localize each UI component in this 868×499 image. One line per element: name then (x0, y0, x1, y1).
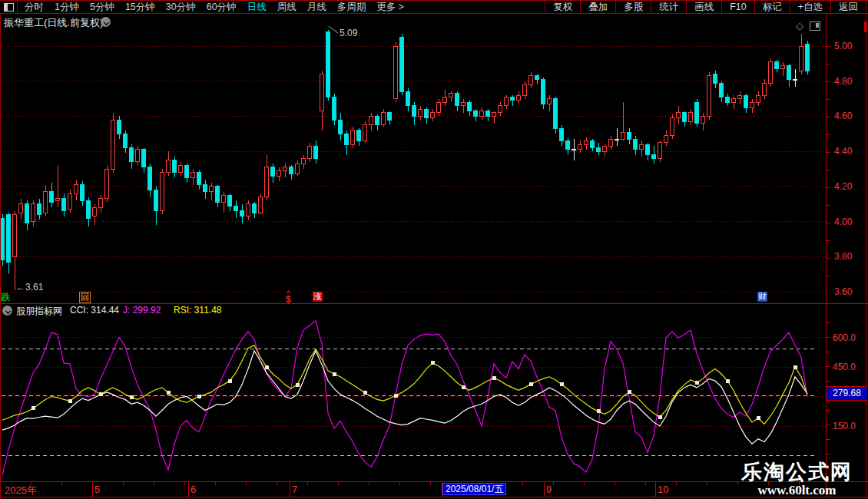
tools-menu: 复权叠加多股统计画线F10标记+自选返回 (545, 1, 866, 13)
candle-body (93, 207, 97, 216)
rsi-marker (492, 376, 496, 380)
tool-item[interactable]: 画线 (686, 1, 721, 13)
tool-item[interactable]: 统计 (651, 1, 686, 13)
candle-body (554, 99, 558, 129)
xaxis-top-line (0, 481, 868, 482)
candle-body (326, 32, 330, 97)
rsi-marker (167, 391, 171, 395)
tool-item[interactable]: 标记 (754, 1, 790, 13)
candle-body (763, 83, 767, 95)
candle-body (640, 144, 644, 150)
tool-item[interactable]: 复权 (545, 1, 580, 13)
candle-body (738, 95, 742, 99)
price-axis-line (826, 14, 827, 497)
candle-body (105, 169, 109, 199)
candle-body (75, 185, 78, 193)
high-annotation: 5.09 (340, 28, 357, 38)
period-item[interactable]: 1分钟 (55, 1, 79, 14)
candle-body (480, 111, 484, 117)
candle-body (621, 132, 625, 139)
candle-body (707, 76, 711, 117)
rsi-marker (68, 399, 72, 403)
candle-body (320, 74, 324, 111)
candle-body (449, 94, 453, 97)
price-axis-label: 4.80 (834, 76, 852, 87)
candle-body (265, 167, 269, 197)
candle-body (683, 113, 687, 121)
candle-body (283, 167, 287, 171)
window-icon[interactable] (810, 21, 820, 31)
diamond-icon[interactable]: ◇ (796, 20, 803, 31)
period-item[interactable]: 15分钟 (125, 1, 155, 14)
candle-body (585, 140, 588, 144)
candle-body (800, 46, 803, 71)
watermark-site-name: 乐淘公式网 (741, 461, 853, 484)
candle-body (56, 199, 60, 200)
period-item[interactable]: 30分钟 (166, 1, 196, 14)
candle-body (720, 83, 724, 97)
candle-body (240, 211, 244, 216)
price-axis-label: 4.40 (834, 146, 852, 157)
tool-item[interactable]: F10 (721, 1, 754, 13)
tool-item[interactable]: 多股 (615, 1, 651, 13)
candle-body (806, 45, 810, 71)
candle-body (259, 197, 263, 213)
indicator-name: 股朋指标网 (16, 305, 62, 318)
candle-body (462, 102, 465, 106)
candle-body (277, 170, 281, 176)
rsi-value: RSI: 311.48 (174, 305, 221, 316)
candle-body (431, 113, 435, 118)
period-item[interactable]: 日线 (247, 1, 267, 14)
month-label: 9 (546, 484, 552, 495)
rise-badge[interactable]: 涨 (313, 292, 323, 302)
watermark: 乐淘公式网 www.60lt.com (741, 461, 853, 497)
month-label: 7 (292, 484, 297, 495)
tool-item[interactable]: 返回 (830, 1, 866, 13)
candle-body (308, 146, 312, 158)
period-item[interactable]: 月线 (307, 1, 326, 14)
rsi-marker (228, 379, 232, 383)
period-item[interactable]: 周线 (277, 1, 297, 14)
candle-body (185, 165, 189, 177)
price-axis-label: 4.00 (834, 216, 852, 227)
period-item[interactable]: 更多 > (376, 1, 404, 14)
price-axis-label: 4.60 (834, 111, 852, 121)
panel-layout-icon[interactable] (0, 1, 18, 13)
dollar-badge[interactable]: ^$ (286, 292, 291, 305)
candle-body (339, 120, 343, 134)
rsi-marker (394, 394, 398, 398)
title-chevron-down-icon[interactable] (101, 17, 111, 27)
tool-item[interactable]: 叠加 (580, 1, 615, 13)
rsi-marker (197, 395, 201, 398)
candle-body (486, 111, 490, 117)
period-menu: 分时1分钟5分钟15分钟30分钟60分钟日线周线月线多周期更多 > (18, 1, 545, 14)
candle-body (615, 139, 619, 140)
candle-body (793, 79, 797, 80)
candle-body (167, 160, 171, 173)
period-item[interactable]: 多周期 (337, 1, 366, 14)
indicator-chevron-down-icon[interactable] (2, 306, 12, 316)
candle-body (87, 200, 91, 218)
period-item[interactable]: 5分钟 (90, 1, 114, 14)
rsi-marker (658, 415, 662, 419)
candle-body (247, 204, 250, 216)
candle-body (775, 62, 779, 69)
candle-body (578, 144, 582, 150)
candle-body (695, 102, 699, 123)
finance-badge[interactable]: 财 (757, 292, 767, 302)
return-badge[interactable]: 回 (79, 292, 91, 303)
chart-canvas[interactable] (0, 0, 868, 499)
tool-item[interactable]: +自选 (790, 1, 830, 13)
period-item[interactable]: 分时 (25, 1, 44, 14)
price-axis-label: 3.60 (834, 286, 852, 297)
cci-value: CCI: 314.44 (70, 305, 119, 316)
candle-body (505, 97, 509, 105)
period-item[interactable]: 60分钟 (207, 1, 237, 14)
candle-body (154, 190, 158, 210)
fall-badge[interactable]: 跌 (1, 292, 10, 302)
candle-body (50, 192, 54, 203)
window-right-border (866, 0, 867, 499)
window-split-icon (4, 3, 14, 12)
candle-body (38, 204, 41, 215)
candle-body (677, 113, 681, 118)
